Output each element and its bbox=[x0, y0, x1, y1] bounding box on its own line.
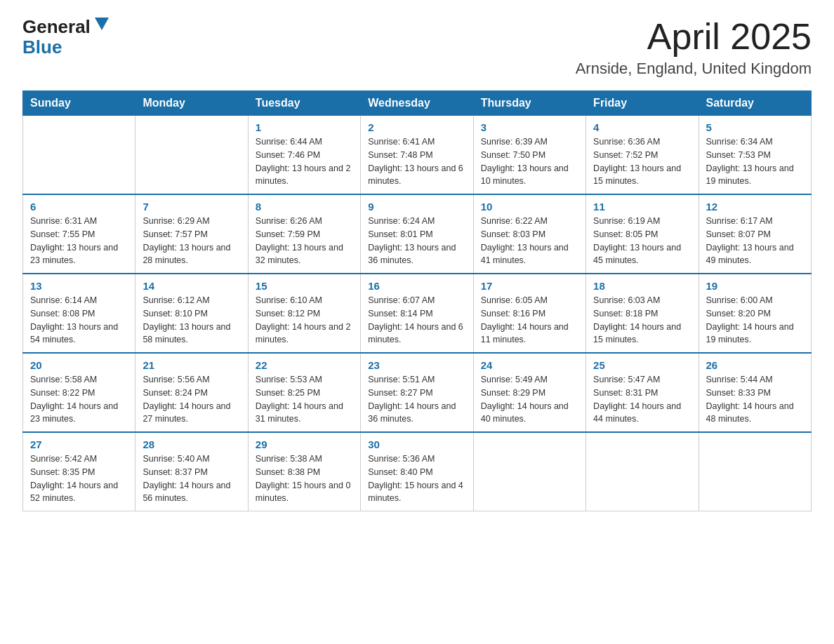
day-number: 4 bbox=[593, 121, 691, 133]
calendar-week-row: 6Sunrise: 6:31 AMSunset: 7:55 PMDaylight… bbox=[23, 194, 812, 274]
calendar-header-row: Sunday Monday Tuesday Wednesday Thursday… bbox=[23, 91, 812, 116]
calendar-cell: 6Sunrise: 6:31 AMSunset: 7:55 PMDaylight… bbox=[23, 194, 135, 274]
calendar-cell: 23Sunrise: 5:51 AMSunset: 8:27 PMDayligh… bbox=[361, 353, 473, 432]
calendar-cell: 7Sunrise: 6:29 AMSunset: 7:57 PMDaylight… bbox=[135, 194, 248, 274]
day-info: Sunrise: 5:36 AMSunset: 8:40 PMDaylight:… bbox=[368, 452, 465, 505]
day-number: 1 bbox=[256, 121, 353, 133]
calendar-cell: 30Sunrise: 5:36 AMSunset: 8:40 PMDayligh… bbox=[361, 432, 473, 511]
day-number: 5 bbox=[706, 121, 804, 133]
col-wednesday: Wednesday bbox=[361, 91, 473, 116]
calendar-cell: 13Sunrise: 6:14 AMSunset: 8:08 PMDayligh… bbox=[23, 274, 135, 353]
calendar-cell: 27Sunrise: 5:42 AMSunset: 8:35 PMDayligh… bbox=[23, 432, 135, 511]
day-info: Sunrise: 6:39 AMSunset: 7:50 PMDaylight:… bbox=[481, 135, 578, 188]
day-number: 13 bbox=[30, 280, 128, 292]
day-info: Sunrise: 5:47 AMSunset: 8:31 PMDaylight:… bbox=[593, 373, 691, 426]
day-number: 8 bbox=[256, 201, 353, 213]
calendar-cell: 29Sunrise: 5:38 AMSunset: 8:38 PMDayligh… bbox=[248, 432, 360, 511]
day-number: 2 bbox=[368, 121, 465, 133]
calendar-cell: 21Sunrise: 5:56 AMSunset: 8:24 PMDayligh… bbox=[135, 353, 248, 432]
day-info: Sunrise: 6:41 AMSunset: 7:48 PMDaylight:… bbox=[368, 135, 465, 188]
day-number: 3 bbox=[481, 121, 578, 133]
calendar-cell: 15Sunrise: 6:10 AMSunset: 8:12 PMDayligh… bbox=[248, 274, 360, 353]
day-info: Sunrise: 6:05 AMSunset: 8:16 PMDaylight:… bbox=[481, 294, 578, 347]
header: General Blue April 2025 Arnside, England… bbox=[22, 17, 812, 78]
col-monday: Monday bbox=[135, 91, 248, 116]
calendar-cell: 4Sunrise: 6:36 AMSunset: 7:52 PMDaylight… bbox=[586, 116, 699, 195]
calendar-cell: 16Sunrise: 6:07 AMSunset: 8:14 PMDayligh… bbox=[361, 274, 473, 353]
calendar-table: Sunday Monday Tuesday Wednesday Thursday… bbox=[22, 90, 812, 511]
calendar-cell: 5Sunrise: 6:34 AMSunset: 7:53 PMDaylight… bbox=[699, 116, 811, 195]
day-number: 24 bbox=[481, 359, 578, 371]
calendar-cell: 24Sunrise: 5:49 AMSunset: 8:29 PMDayligh… bbox=[473, 353, 585, 432]
calendar-cell: 11Sunrise: 6:19 AMSunset: 8:05 PMDayligh… bbox=[586, 194, 699, 274]
calendar-cell bbox=[473, 432, 585, 511]
calendar-cell bbox=[586, 432, 699, 511]
day-info: Sunrise: 5:51 AMSunset: 8:27 PMDaylight:… bbox=[368, 373, 465, 426]
day-number: 29 bbox=[256, 438, 353, 450]
day-info: Sunrise: 6:10 AMSunset: 8:12 PMDaylight:… bbox=[256, 294, 353, 347]
col-sunday: Sunday bbox=[23, 91, 135, 116]
day-info: Sunrise: 6:07 AMSunset: 8:14 PMDaylight:… bbox=[368, 294, 465, 347]
day-number: 9 bbox=[368, 201, 465, 213]
day-number: 15 bbox=[256, 280, 353, 292]
day-number: 17 bbox=[481, 280, 578, 292]
calendar-cell: 3Sunrise: 6:39 AMSunset: 7:50 PMDaylight… bbox=[473, 116, 585, 195]
calendar-cell: 12Sunrise: 6:17 AMSunset: 8:07 PMDayligh… bbox=[699, 194, 811, 274]
col-friday: Friday bbox=[586, 91, 699, 116]
day-number: 23 bbox=[368, 359, 465, 371]
day-info: Sunrise: 5:49 AMSunset: 8:29 PMDaylight:… bbox=[481, 373, 578, 426]
calendar-cell: 1Sunrise: 6:44 AMSunset: 7:46 PMDaylight… bbox=[248, 116, 360, 195]
calendar-cell: 26Sunrise: 5:44 AMSunset: 8:33 PMDayligh… bbox=[699, 353, 811, 432]
calendar-week-row: 20Sunrise: 5:58 AMSunset: 8:22 PMDayligh… bbox=[23, 353, 812, 432]
calendar-cell: 22Sunrise: 5:53 AMSunset: 8:25 PMDayligh… bbox=[248, 353, 360, 432]
day-info: Sunrise: 5:53 AMSunset: 8:25 PMDaylight:… bbox=[256, 373, 353, 426]
calendar-cell: 19Sunrise: 6:00 AMSunset: 8:20 PMDayligh… bbox=[699, 274, 811, 353]
calendar-week-row: 13Sunrise: 6:14 AMSunset: 8:08 PMDayligh… bbox=[23, 274, 812, 353]
day-number: 14 bbox=[143, 280, 240, 292]
day-info: Sunrise: 6:29 AMSunset: 7:57 PMDaylight:… bbox=[143, 215, 240, 267]
day-info: Sunrise: 6:24 AMSunset: 8:01 PMDaylight:… bbox=[368, 215, 465, 267]
day-info: Sunrise: 6:00 AMSunset: 8:20 PMDaylight:… bbox=[706, 294, 804, 347]
day-number: 11 bbox=[593, 201, 691, 213]
day-number: 12 bbox=[706, 201, 804, 213]
calendar-cell: 2Sunrise: 6:41 AMSunset: 7:48 PMDaylight… bbox=[361, 116, 473, 195]
day-number: 16 bbox=[368, 280, 465, 292]
calendar-cell bbox=[135, 116, 248, 195]
calendar-cell: 18Sunrise: 6:03 AMSunset: 8:18 PMDayligh… bbox=[586, 274, 699, 353]
calendar-cell bbox=[23, 116, 135, 195]
day-info: Sunrise: 6:17 AMSunset: 8:07 PMDaylight:… bbox=[706, 215, 804, 267]
calendar-cell: 14Sunrise: 6:12 AMSunset: 8:10 PMDayligh… bbox=[135, 274, 248, 353]
calendar-cell: 25Sunrise: 5:47 AMSunset: 8:31 PMDayligh… bbox=[586, 353, 699, 432]
day-info: Sunrise: 5:40 AMSunset: 8:37 PMDaylight:… bbox=[143, 452, 240, 505]
day-info: Sunrise: 5:38 AMSunset: 8:38 PMDaylight:… bbox=[256, 452, 353, 505]
calendar-week-row: 27Sunrise: 5:42 AMSunset: 8:35 PMDayligh… bbox=[23, 432, 812, 511]
calendar-cell: 28Sunrise: 5:40 AMSunset: 8:37 PMDayligh… bbox=[135, 432, 248, 511]
day-info: Sunrise: 6:19 AMSunset: 8:05 PMDaylight:… bbox=[593, 215, 691, 267]
day-number: 25 bbox=[593, 359, 691, 371]
svg-marker-0 bbox=[95, 18, 109, 30]
title-block: April 2025 Arnside, England, United King… bbox=[576, 17, 812, 78]
logo-arrow-icon bbox=[92, 15, 112, 34]
page-subtitle: Arnside, England, United Kingdom bbox=[576, 60, 812, 78]
calendar-cell: 9Sunrise: 6:24 AMSunset: 8:01 PMDaylight… bbox=[361, 194, 473, 274]
day-number: 22 bbox=[256, 359, 353, 371]
day-info: Sunrise: 5:42 AMSunset: 8:35 PMDaylight:… bbox=[30, 452, 128, 505]
logo-general-text: General bbox=[22, 17, 91, 37]
day-number: 20 bbox=[30, 359, 128, 371]
day-number: 27 bbox=[30, 438, 128, 450]
calendar-cell: 20Sunrise: 5:58 AMSunset: 8:22 PMDayligh… bbox=[23, 353, 135, 432]
col-tuesday: Tuesday bbox=[248, 91, 360, 116]
day-info: Sunrise: 6:12 AMSunset: 8:10 PMDaylight:… bbox=[143, 294, 240, 347]
day-info: Sunrise: 5:56 AMSunset: 8:24 PMDaylight:… bbox=[143, 373, 240, 426]
day-info: Sunrise: 5:44 AMSunset: 8:33 PMDaylight:… bbox=[706, 373, 804, 426]
day-number: 19 bbox=[706, 280, 804, 292]
day-info: Sunrise: 6:36 AMSunset: 7:52 PMDaylight:… bbox=[593, 135, 691, 188]
day-info: Sunrise: 5:58 AMSunset: 8:22 PMDaylight:… bbox=[30, 373, 128, 426]
col-saturday: Saturday bbox=[699, 91, 811, 116]
day-info: Sunrise: 6:22 AMSunset: 8:03 PMDaylight:… bbox=[481, 215, 578, 267]
calendar-cell: 17Sunrise: 6:05 AMSunset: 8:16 PMDayligh… bbox=[473, 274, 585, 353]
calendar-cell bbox=[699, 432, 811, 511]
day-number: 7 bbox=[143, 201, 240, 213]
calendar-cell: 8Sunrise: 6:26 AMSunset: 7:59 PMDaylight… bbox=[248, 194, 360, 274]
logo-blue-text: Blue bbox=[22, 36, 62, 58]
